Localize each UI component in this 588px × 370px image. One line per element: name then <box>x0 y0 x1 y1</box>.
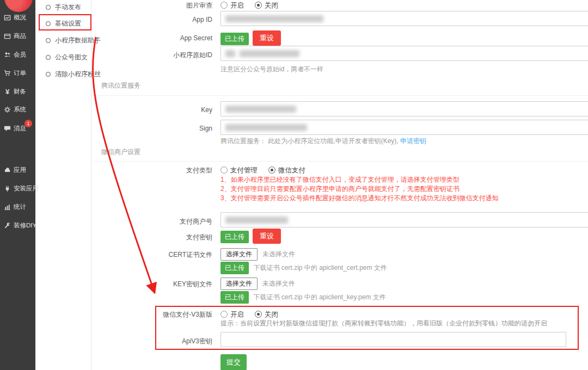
radio-circle-icon <box>46 55 51 60</box>
radio-circle-icon <box>46 5 51 10</box>
sidebar-item-label: 安装应用 <box>14 184 39 193</box>
sidebar-item-decorate-diy[interactable]: 装修DIY <box>4 221 36 230</box>
field-label: App ID <box>91 16 212 23</box>
sidebar-item-goods[interactable]: 商品 <box>4 32 26 40</box>
field-label: CERT证书文件 <box>91 250 212 260</box>
merchant-id-input[interactable] <box>220 212 588 227</box>
submenu-item-label: 小程序数据助手 <box>55 36 101 45</box>
field-label: ApiV3密钥 <box>91 337 212 346</box>
sidebar-item-apps[interactable]: 应用 <box>4 165 26 174</box>
field-label: 小程序原始ID <box>91 51 212 60</box>
stats-icon <box>4 203 11 211</box>
radio-option-label[interactable]: 关闭 <box>265 2 278 9</box>
submenu-item-clear-miniprogram-fans[interactable]: 清除小程序粉丝 <box>46 69 101 79</box>
sidebar-item-label: 会员 <box>14 51 26 59</box>
sign-input[interactable] <box>220 120 588 135</box>
sidebar-item-system[interactable]: 系统 <box>4 105 26 114</box>
redacted-value <box>225 217 288 224</box>
radio-option-label[interactable]: 支付管理 <box>230 166 258 174</box>
submit-button[interactable]: 提交 <box>220 354 247 370</box>
image-review-off-radio[interactable] <box>255 2 262 9</box>
apps-icon <box>4 166 11 174</box>
key-no-file-text: 未选择文件 <box>262 280 295 287</box>
app-logo[interactable] <box>4 0 33 12</box>
overview-icon <box>4 14 11 21</box>
radio-option-label[interactable]: 开启 <box>230 2 244 9</box>
decorate-diy-icon <box>4 222 11 229</box>
system-icon <box>4 106 11 113</box>
uploaded-badge: 已上传 <box>220 231 249 243</box>
key-choose-file-button[interactable]: 选择文件 <box>220 278 258 290</box>
cert-file-hint: 下载证书 cert.zip 中的 apiclient_cert.pem 文件 <box>253 264 387 272</box>
submenu-item-label: 清除小程序粉丝 <box>55 70 101 79</box>
pay-type-manage-radio[interactable] <box>220 166 228 174</box>
origin-id-input[interactable] <box>220 46 588 61</box>
key-input[interactable] <box>220 101 588 116</box>
sidebar-item-finance[interactable]: ¥ 财务 <box>4 87 26 96</box>
redacted-value <box>225 50 235 57</box>
pay-secret-reset-button[interactable]: 重设 <box>253 229 281 244</box>
app-secret-reset-button[interactable]: 重设 <box>253 30 281 46</box>
apply-key-link[interactable]: 申请密钥 <box>400 137 426 145</box>
submenu-item-label: 公众号图文 <box>55 53 88 62</box>
sidebar-item-stats[interactable]: 统计 <box>4 202 26 211</box>
orders-icon <box>4 70 11 77</box>
sidebar-item-orders[interactable]: 订单 <box>4 69 26 77</box>
submenu-item-official-account-articles[interactable]: 公众号图文 <box>46 52 88 62</box>
field-label: 支付密钥 <box>91 233 212 242</box>
submenu-item-basic-settings[interactable]: 基础设置 <box>46 18 81 28</box>
field-label: 支付类型 <box>91 166 212 175</box>
radio-circle-icon <box>46 72 51 77</box>
submenu-item-miniprogram-data-helper[interactable]: 小程序数据助手 <box>46 35 101 45</box>
field-label: Key <box>91 106 212 114</box>
pay-type-note-1: 1、如果小程序里已经没有了微信支付入口，变成了支付管理，请选择支付管理类型 <box>220 175 460 184</box>
sidebar-item-messages[interactable]: 消息 <box>4 124 26 133</box>
field-label: 支付商户号 <box>91 217 212 226</box>
sidebar-item-label: 财务 <box>14 88 26 96</box>
page: 概况 商品 会员 订单 ¥ 财务 系统 消息 1 应用 <box>0 0 588 370</box>
field-label: KEY密钥文件 <box>91 280 212 289</box>
sidebar-item-label: 商品 <box>14 32 26 40</box>
sidebar-item-label: 概况 <box>14 14 26 22</box>
sidebar-item-label: 装修DIY <box>14 221 36 230</box>
radio-option-label[interactable]: 微信支付 <box>278 166 305 174</box>
settings-form: 图片审查 开启关闭 App ID App Secret 已上传重设 小程序原始I… <box>91 0 588 370</box>
install-app-icon <box>4 185 11 192</box>
apiv3-input[interactable] <box>220 332 566 347</box>
pay-type-note-2: 2、支付管理目前只需要配置小程序里申请的商户号就能支付了，无需配置密钥证书 <box>220 184 460 194</box>
section-divider <box>91 95 588 96</box>
uploaded-badge: 已上传 <box>220 291 249 304</box>
message-icon <box>4 125 11 132</box>
sidebar-item-label: 统计 <box>14 203 26 211</box>
field-label: 微信支付-V3新版 <box>91 310 212 319</box>
uploaded-badge: 已上传 <box>220 33 249 45</box>
image-review-on-radio[interactable] <box>220 2 228 9</box>
field-label: 图片审查 <box>91 1 212 10</box>
pay-type-wechat-radio[interactable] <box>268 166 275 174</box>
origin-id-hint: 注意区分公众号原始id，两者不一样 <box>220 65 323 74</box>
field-label: App Secret <box>91 34 212 42</box>
section-divider <box>91 161 588 162</box>
section-title-tencent-location: 腾讯位置服务 <box>101 81 140 90</box>
goods-icon <box>4 33 11 40</box>
cert-no-file-text: 未选择文件 <box>262 250 295 258</box>
app-id-input[interactable] <box>220 11 588 26</box>
redacted-value <box>225 15 323 22</box>
field-label: Sign <box>91 125 212 132</box>
sidebar-item-overview[interactable]: 概况 <box>4 13 26 22</box>
sidebar-item-members[interactable]: 会员 <box>4 50 26 59</box>
submenu-item-manual-publish[interactable]: 手动发布 <box>46 2 81 12</box>
cert-choose-file-button[interactable]: 选择文件 <box>220 248 258 261</box>
v3-hint: 提示：当前设置只针对新版微信提现打款（商家转账到零钱功能），用着旧版（企业付款到… <box>220 319 547 328</box>
radio-option-label[interactable]: 关闭 <box>265 311 278 318</box>
redacted-value <box>240 50 299 57</box>
sidebar-item-label: 订单 <box>14 69 26 77</box>
sidebar-item-label: 消息 <box>14 125 26 133</box>
radio-option-label[interactable]: 开启 <box>230 311 244 318</box>
v3-off-radio[interactable] <box>255 311 262 318</box>
pay-type-note-3: 3、支付管理需要开启公众号插件配置好微信的消息通知才行不然支付成功无法收到微信支… <box>220 194 499 203</box>
sidebar: 概况 商品 会员 订单 ¥ 财务 系统 消息 1 应用 <box>0 0 35 370</box>
sidebar-item-install-app[interactable]: 安装应用 <box>4 184 39 193</box>
sign-hint-text: 腾讯位置服务： 此处为小程序定位功能,申请开发者密钥(Key), <box>220 137 400 145</box>
v3-on-radio[interactable] <box>220 311 228 318</box>
